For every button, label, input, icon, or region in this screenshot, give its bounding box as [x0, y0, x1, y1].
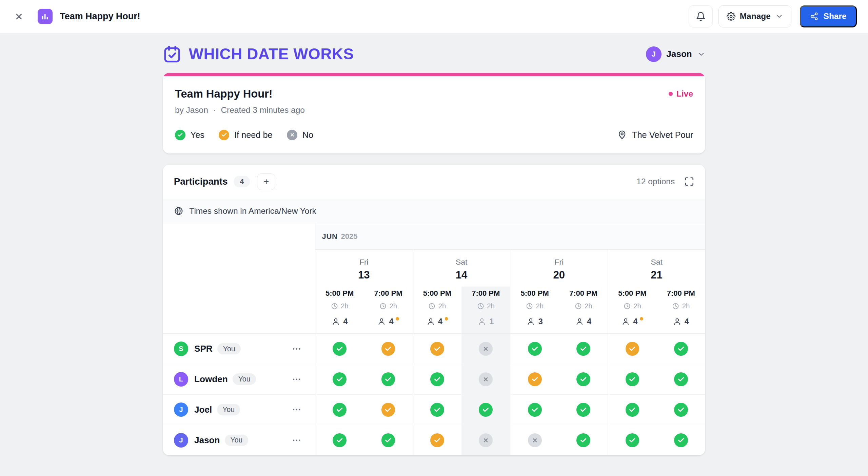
- timeslot-header[interactable]: 7:00 PM 2h 1: [461, 287, 510, 333]
- vote-cell[interactable]: [364, 395, 413, 425]
- row-menu-button[interactable]: [292, 405, 301, 414]
- vote-cell[interactable]: [413, 334, 461, 364]
- participant-row: J Joel You: [163, 395, 705, 425]
- vote-cell[interactable]: [364, 425, 413, 456]
- vote-cell[interactable]: [413, 395, 461, 425]
- vote-cell[interactable]: [510, 425, 559, 456]
- person-icon: [622, 317, 630, 326]
- manage-button[interactable]: Manage: [718, 5, 791, 27]
- slot-duration: 2h: [575, 302, 592, 310]
- year-label: 2025: [341, 232, 357, 241]
- vote-cell[interactable]: [559, 395, 608, 425]
- vote-yes-icon: [576, 433, 590, 447]
- vote-cell[interactable]: [608, 425, 656, 456]
- vote-cell[interactable]: [364, 364, 413, 394]
- participant-info: L Lowden You: [163, 364, 315, 394]
- vote-cell[interactable]: [461, 364, 510, 394]
- you-badge: You: [225, 435, 248, 446]
- vote-yes-icon: [674, 342, 688, 356]
- yes-check-icon: [175, 130, 185, 140]
- vote-cell[interactable]: [510, 364, 559, 394]
- row-menu-button[interactable]: [292, 374, 301, 384]
- vote-cell[interactable]: [657, 425, 705, 456]
- vote-cell[interactable]: [315, 334, 364, 364]
- vote-cell[interactable]: [510, 334, 559, 364]
- vote-cell[interactable]: [559, 364, 608, 394]
- row-menu-button[interactable]: [292, 435, 301, 445]
- app-icon: [38, 9, 53, 24]
- vote-no-icon: [528, 433, 542, 447]
- vote-cell[interactable]: [315, 395, 364, 425]
- vote-yes-icon: [626, 433, 639, 447]
- participants-header: Participants 4 + 12 options: [163, 165, 705, 199]
- vote-maybe-icon: [528, 372, 542, 386]
- close-icon[interactable]: [11, 9, 27, 24]
- vote-no-icon: [479, 372, 493, 386]
- vote-yes-icon: [381, 372, 395, 386]
- notifications-button[interactable]: [689, 5, 713, 27]
- slot-duration: 2h: [624, 302, 641, 310]
- participant-info: S SPR You: [163, 334, 315, 364]
- legend-no: No: [287, 130, 313, 140]
- vote-cell[interactable]: [461, 395, 510, 425]
- vote-cell[interactable]: [510, 395, 559, 425]
- vote-cell[interactable]: [315, 364, 364, 394]
- vote-cell[interactable]: [413, 364, 461, 394]
- timeslot-header-row: 5:00 PM 2h 4 7:00 PM 2h 4 5:00 PM 2h: [163, 287, 705, 334]
- vote-cell[interactable]: [413, 425, 461, 456]
- maybe-check-icon: [219, 130, 229, 140]
- clock-icon: [575, 303, 582, 310]
- participant-info: J Joel You: [163, 395, 315, 425]
- person-icon: [673, 317, 681, 326]
- timeslot-header[interactable]: 7:00 PM 2h 4: [657, 287, 705, 333]
- vote-cell[interactable]: [657, 395, 705, 425]
- timeslot-header[interactable]: 5:00 PM 2h 4: [413, 287, 461, 333]
- vote-no-icon: [479, 433, 493, 447]
- expand-icon[interactable]: [684, 177, 694, 186]
- vote-cell[interactable]: [657, 364, 705, 394]
- legend-yes-label: Yes: [191, 130, 204, 140]
- vote-yes-icon: [528, 342, 542, 356]
- you-badge: You: [217, 343, 240, 355]
- vote-cell[interactable]: [364, 334, 413, 364]
- vote-no-icon: [479, 342, 493, 356]
- timeslot-header[interactable]: 7:00 PM 2h 4: [559, 287, 608, 333]
- share-icon: [810, 12, 818, 20]
- top-bar: Team Happy Hour! Manage Share: [0, 0, 868, 33]
- participants-card: Participants 4 + 12 options Times shown …: [163, 165, 705, 456]
- vote-cells: [315, 364, 705, 394]
- vote-cell[interactable]: [315, 425, 364, 456]
- row-menu-button[interactable]: [292, 344, 301, 354]
- person-icon: [427, 317, 435, 326]
- meta-separator: ·: [213, 105, 216, 115]
- clock-icon: [379, 303, 387, 310]
- ellipsis-icon: [292, 344, 301, 354]
- app-viewport: Team Happy Hour! Manage Share WHICH DATE…: [0, 0, 868, 476]
- vote-cell[interactable]: [657, 334, 705, 364]
- day-header: Fri 20: [510, 250, 608, 287]
- timeslot-header[interactable]: 5:00 PM 2h 4: [608, 287, 656, 333]
- vote-cell[interactable]: [559, 425, 608, 456]
- vote-cell[interactable]: [608, 395, 656, 425]
- options-count: 12 options: [636, 177, 675, 186]
- vote-maybe-icon: [626, 342, 639, 356]
- vote-cell[interactable]: [608, 364, 656, 394]
- timeslot-header[interactable]: 7:00 PM 2h 4: [364, 287, 413, 333]
- timezone-note: Times shown in America/New York: [189, 206, 316, 216]
- user-menu[interactable]: J Jason: [646, 46, 705, 62]
- day-header-row: Fri 13 Sat 14 Fri 20 Sat: [163, 250, 705, 287]
- user-name: Jason: [666, 49, 692, 59]
- share-button[interactable]: Share: [800, 5, 857, 27]
- calendar-check-icon: [163, 45, 182, 64]
- timeslot-header[interactable]: 5:00 PM 2h 3: [510, 287, 559, 333]
- add-participant-button[interactable]: +: [257, 173, 275, 190]
- vote-cell[interactable]: [608, 334, 656, 364]
- vote-cell[interactable]: [461, 334, 510, 364]
- topbar-actions: Manage Share: [689, 5, 857, 27]
- slot-duration: 2h: [672, 302, 690, 310]
- vote-cell[interactable]: [461, 425, 510, 456]
- accent-bar: [163, 73, 705, 76]
- avatar: J: [646, 46, 662, 62]
- timeslot-header[interactable]: 5:00 PM 2h 4: [315, 287, 364, 333]
- vote-cell[interactable]: [559, 334, 608, 364]
